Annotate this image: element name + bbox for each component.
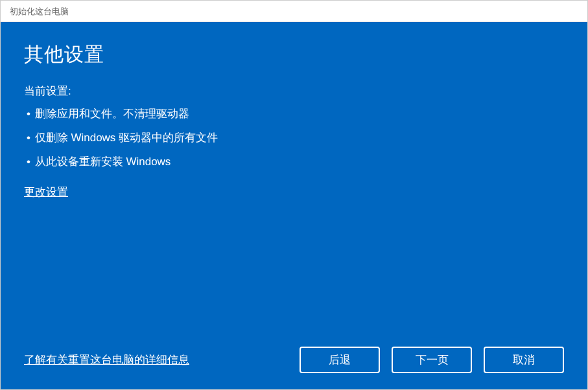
setting-item: 仅删除 Windows 驱动器中的所有文件	[24, 130, 564, 145]
cancel-button[interactable]: 取消	[484, 347, 564, 373]
footer: 了解有关重置这台电脑的详细信息 后退 下一页 取消	[24, 347, 564, 373]
button-row: 后退 下一页 取消	[300, 347, 564, 373]
settings-list: 删除应用和文件。不清理驱动器 仅删除 Windows 驱动器中的所有文件 从此设…	[24, 106, 564, 178]
setting-item: 删除应用和文件。不清理驱动器	[24, 106, 564, 121]
spacer	[24, 200, 564, 347]
window-title: 初始化这台电脑	[10, 6, 69, 16]
main-panel: 其他设置 当前设置: 删除应用和文件。不清理驱动器 仅删除 Windows 驱动…	[1, 22, 587, 390]
next-button[interactable]: 下一页	[392, 347, 472, 373]
titlebar: 初始化这台电脑	[1, 1, 587, 22]
page-heading: 其他设置	[24, 41, 564, 68]
back-button[interactable]: 后退	[300, 347, 380, 373]
current-settings-label: 当前设置:	[24, 84, 564, 98]
change-settings-link[interactable]: 更改设置	[24, 185, 564, 200]
setting-item: 从此设备重新安装 Windows	[24, 154, 564, 169]
learn-more-link[interactable]: 了解有关重置这台电脑的详细信息	[24, 352, 189, 367]
